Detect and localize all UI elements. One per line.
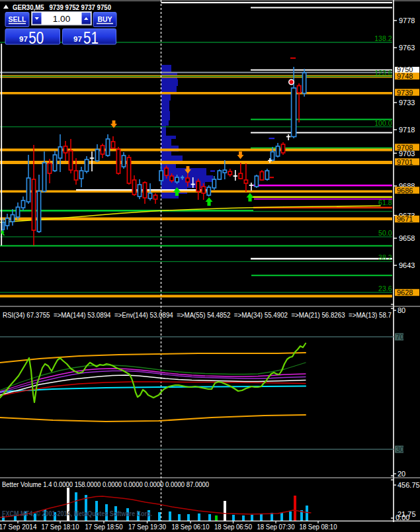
svg-text:9718: 9718: [399, 126, 415, 134]
svg-text:9671: 9671: [397, 215, 413, 223]
svg-text:FXCM MT4, © 2001-2014, MetaQuo: FXCM MT4, © 2001-2014, MetaQuotes Softwa…: [2, 510, 152, 517]
svg-text:97: 97: [19, 35, 28, 43]
svg-text:17 Sep 18:10: 17 Sep 18:10: [42, 523, 79, 531]
svg-text:9748: 9748: [397, 72, 413, 80]
svg-text:50: 50: [28, 28, 44, 48]
svg-text:9658: 9658: [399, 234, 415, 242]
svg-text:138.2: 138.2: [374, 34, 392, 42]
svg-text:38.2: 38.2: [378, 253, 392, 261]
svg-text:18 Sep 08:10: 18 Sep 08:10: [300, 523, 337, 531]
svg-text:17 Sep 18:50: 17 Sep 18:50: [85, 523, 123, 531]
svg-text:BUY: BUY: [97, 15, 112, 23]
svg-text:9763: 9763: [399, 44, 415, 52]
svg-text:9701: 9701: [397, 158, 413, 166]
svg-text:80: 80: [398, 306, 405, 314]
svg-text:70: 70: [396, 333, 404, 341]
svg-text:1.00: 1.00: [53, 14, 70, 24]
svg-text:20: 20: [398, 470, 405, 478]
svg-text:456.75: 456.75: [398, 481, 420, 489]
svg-text:50.0: 50.0: [378, 229, 392, 237]
svg-text:9733: 9733: [399, 99, 415, 107]
svg-text:61.8: 61.8: [378, 199, 392, 206]
svg-text:30: 30: [396, 445, 404, 453]
svg-text:123.6: 123.6: [374, 69, 392, 77]
svg-text:0.00: 0.00: [396, 513, 409, 521]
svg-text:17 Sep 19:30: 17 Sep 19:30: [128, 523, 166, 531]
svg-text:18 Sep 06:50: 18 Sep 06:50: [214, 523, 252, 531]
svg-text:97: 97: [73, 35, 82, 43]
svg-text:9686: 9686: [397, 187, 413, 195]
svg-text:GER30,M5 9739 9752 9737 9750: GER30,M5 9739 9752 9737 9750: [13, 3, 111, 11]
svg-text:Better Volume 1.4 0.0000 158.0: Better Volume 1.4 0.0000 158.0000 0.0000…: [2, 480, 209, 488]
svg-text:RSI(34) 67.3755 =>MA(144) 53.: RSI(34) 67.3755 =>MA(144) 53.0894 =>Env(…: [3, 311, 392, 319]
svg-text:17 Sep 2014: 17 Sep 2014: [0, 523, 37, 531]
svg-text:100.0: 100.0: [374, 119, 392, 127]
svg-text:9739: 9739: [397, 89, 413, 97]
svg-text:9708: 9708: [397, 144, 413, 152]
svg-text:51: 51: [83, 28, 99, 48]
svg-text:18 Sep 07:30: 18 Sep 07:30: [257, 523, 295, 531]
svg-text:9628: 9628: [397, 288, 413, 296]
svg-text:18 Sep 06:10: 18 Sep 06:10: [172, 523, 210, 531]
svg-text:9778: 9778: [399, 17, 415, 24]
svg-text:23.6: 23.6: [378, 285, 392, 292]
svg-text:9643: 9643: [399, 261, 415, 269]
svg-text:SELL: SELL: [9, 15, 26, 23]
